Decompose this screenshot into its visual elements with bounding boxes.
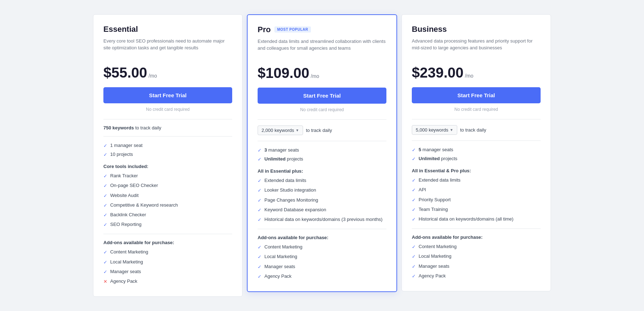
keywords-suffix-business: to track daily — [460, 127, 486, 133]
check-icon: ✓ — [412, 253, 416, 260]
check-icon: ✓ — [258, 197, 262, 204]
plan-name-business: Business — [412, 25, 541, 34]
divider2-pro — [258, 141, 386, 141]
addon-item: ✕ Agency Pack — [103, 278, 232, 285]
plan-card-business: Business Advanced data processing featur… — [401, 14, 551, 291]
addon-item: ✓ Content Marketing — [103, 249, 232, 256]
trial-button-essential[interactable]: Start Free Trial — [103, 87, 232, 103]
check-icon: ✓ — [258, 178, 262, 184]
seats-item: ✓ 5 manager seats — [412, 147, 541, 153]
addon-item: ✓ Local Marketing — [103, 259, 232, 266]
divider2-essential — [103, 136, 232, 137]
addon-item: ✓ Agency Pack — [412, 273, 541, 280]
check-icon: ✓ — [412, 216, 416, 223]
feature-item: ✓ Rank Tracker — [103, 173, 232, 179]
keywords-dropdown-pro[interactable]: 2,000 keywords ▼ — [258, 125, 303, 135]
check-icon: ✓ — [258, 147, 262, 154]
check-icon: ✓ — [258, 187, 262, 194]
keywords-suffix-pro: to track daily — [306, 128, 332, 133]
addon-item: ✓ Local Marketing — [258, 253, 386, 260]
feature-item: ✓ SEO Reporting — [103, 221, 232, 228]
price-amount-essential: $55.00 — [103, 65, 147, 81]
addons-section-business: Add-ons available for purchase: ✓ Conten… — [412, 235, 541, 280]
divider-essential — [103, 119, 232, 119]
check-icon: ✓ — [258, 273, 262, 280]
check-icon: ✓ — [258, 244, 262, 251]
projects-item: ✓ Unlimited projects — [412, 156, 541, 162]
addons-label: Add-ons available for purchase: — [412, 235, 541, 240]
check-icon: ✓ — [103, 173, 107, 179]
check-icon: ✓ — [412, 197, 416, 203]
feature-item: ✓ On-page SEO Checker — [103, 182, 232, 189]
plan-name-essential: Essential — [103, 25, 232, 34]
check-icon: ✓ — [258, 264, 262, 270]
price-period-business: /mo — [465, 73, 473, 79]
plan-price-business: $239.00 /mo — [412, 65, 541, 81]
addons-label: Add-ons available for purchase: — [258, 235, 386, 240]
feature-item: ✓ Extended data limits — [258, 177, 386, 184]
keywords-section-pro: 2,000 keywords ▼ to track daily — [258, 125, 386, 135]
x-icon: ✕ — [103, 278, 107, 285]
plan-description-essential: Every core tool SEO professionals need t… — [103, 38, 232, 58]
core-label: Core tools included: — [103, 164, 232, 169]
check-icon: ✓ — [412, 244, 416, 250]
divider-pro — [258, 119, 386, 120]
most-popular-badge: MOST POPULAR — [274, 26, 311, 33]
plus-label: All in Essential & Pro plus: — [412, 168, 541, 173]
plan-name-pro: ProMOST POPULAR — [258, 25, 386, 34]
addons-section-essential: Add-ons available for purchase: ✓ Conten… — [103, 240, 232, 285]
addons-label: Add-ons available for purchase: — [103, 240, 232, 245]
check-icon: ✓ — [103, 193, 107, 199]
feature-item: ✓ Team Training — [412, 206, 541, 213]
features-section-business: ✓ 5 manager seats ✓ Unlimited projects A… — [412, 147, 541, 223]
check-icon: ✓ — [258, 254, 262, 260]
feature-item: ✓ Website Audit — [103, 192, 232, 199]
check-icon: ✓ — [412, 156, 416, 162]
check-icon: ✓ — [412, 263, 416, 270]
check-icon: ✓ — [412, 187, 416, 193]
keywords-dropdown-business[interactable]: 5,000 keywords ▼ — [412, 125, 457, 135]
check-icon: ✓ — [412, 207, 416, 213]
no-credit-pro: No credit card required — [258, 107, 386, 112]
chevron-down-icon: ▼ — [296, 128, 299, 132]
pricing-container: Essential Every core tool SEO profession… — [93, 14, 551, 297]
divider3-essential — [103, 234, 232, 234]
check-icon: ✓ — [103, 143, 107, 149]
plan-description-pro: Extended data limits and streamlined col… — [258, 38, 386, 59]
price-amount-pro: $109.00 — [258, 65, 309, 81]
addon-item: ✓ Manager seats — [103, 268, 232, 275]
seats-item: ✓ 1 manager seat — [103, 142, 232, 149]
features-section-pro: ✓ 3 manager seats ✓ Unlimited projects A… — [258, 147, 386, 223]
check-icon: ✓ — [103, 202, 107, 209]
plus-label: All in Essential plus: — [258, 168, 386, 174]
check-icon: ✓ — [258, 207, 262, 213]
trial-button-pro[interactable]: Start Free Trial — [258, 88, 386, 104]
price-period-pro: /mo — [311, 73, 319, 79]
check-icon: ✓ — [103, 152, 107, 158]
trial-button-business[interactable]: Start Free Trial — [412, 87, 541, 103]
feature-item: ✓ Priority Support — [412, 197, 541, 203]
check-icon: ✓ — [412, 273, 416, 280]
check-icon: ✓ — [103, 183, 107, 189]
keywords-section-business: 5,000 keywords ▼ to track daily — [412, 125, 541, 135]
price-period-essential: /mo — [148, 73, 157, 79]
divider2-business — [412, 140, 541, 141]
feature-item: ✓ Page Changes Monitoring — [258, 197, 386, 204]
plan-description-business: Advanced data processing features and pr… — [412, 38, 541, 58]
addon-item: ✓ Local Marketing — [412, 253, 541, 260]
check-icon: ✓ — [258, 217, 262, 223]
keywords-text-essential: 750 keywords to track daily — [103, 125, 161, 130]
feature-item: ✓ Looker Studio integration — [258, 187, 386, 194]
plan-price-pro: $109.00 /mo — [258, 65, 386, 81]
feature-item: ✓ API — [412, 187, 541, 193]
chevron-down-icon: ▼ — [450, 128, 453, 132]
no-credit-business: No credit card required — [412, 107, 541, 112]
divider3-pro — [258, 229, 386, 229]
check-icon: ✓ — [103, 259, 107, 266]
price-amount-business: $239.00 — [412, 65, 464, 81]
plan-card-essential: Essential Every core tool SEO profession… — [93, 14, 243, 297]
projects-item: ✓ Unlimited projects — [258, 156, 386, 163]
check-icon: ✓ — [103, 212, 107, 218]
check-icon: ✓ — [412, 177, 416, 184]
addons-section-pro: Add-ons available for purchase: ✓ Conten… — [258, 235, 386, 280]
